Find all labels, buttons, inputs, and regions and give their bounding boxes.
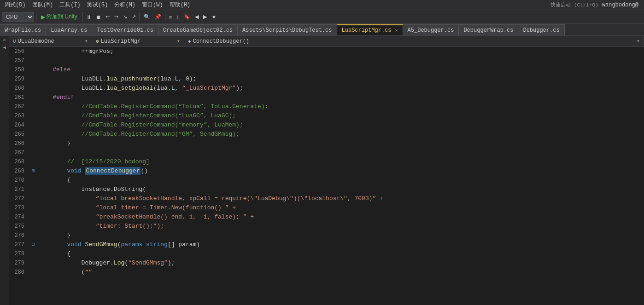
- menu-item-test[interactable]: 测试(S): [84, 0, 111, 10]
- tab-debuggerwrap-label: DebuggerWrap.cs: [463, 27, 513, 34]
- toolbar-btn-2[interactable]: ⏹: [94, 12, 103, 23]
- panel-pin[interactable]: ✕: [3, 37, 6, 43]
- left-panel: ✕ ◀: [0, 36, 9, 305]
- line-code[interactable]: //CmdTable.RegisterCommand(“LuaGC”, LuaG…: [36, 111, 644, 121]
- line-expand: [30, 259, 36, 268]
- nav-class-segment[interactable]: U ULuaDemoOne ▾: [9, 36, 92, 46]
- line-code[interactable]: #endif: [36, 93, 644, 102]
- menu-bar-right: 快速启动 (Ctrl+Q) wangbodong@: [550, 1, 642, 8]
- line-number: 257: [9, 56, 30, 65]
- line-number: 261: [9, 93, 30, 102]
- line-code[interactable]: LuaDLL.lua_setglobal(lua.L, “_LuaScriptM…: [36, 84, 644, 93]
- attach-unity-button[interactable]: ▶ 附加到 Unity: [38, 12, 80, 22]
- tab-a5debugger-label: A5_Debugger.cs: [408, 27, 454, 34]
- toolbar-btn-7[interactable]: 🔍: [142, 12, 152, 23]
- table-row: 259 LuaDLL.lua_pushnumber(lua.L, 0);: [9, 75, 644, 84]
- line-number: 259: [9, 75, 30, 84]
- tab-testoverride[interactable]: TestOverride01.cs: [92, 24, 158, 35]
- line-code[interactable]: //CmdTable.RegisterCommand(“ToLua”, ToLu…: [36, 102, 644, 111]
- code-content[interactable]: 256 ++mgrPos; 257 258: [9, 47, 644, 305]
- nav-class-dropdown-icon[interactable]: ▾: [85, 38, 88, 45]
- line-code[interactable]: (“”: [36, 268, 644, 277]
- method-icon: ◈: [188, 38, 191, 44]
- line-expand: [30, 176, 36, 185]
- toolbar-btn-arrow-l[interactable]: ◀: [193, 12, 200, 23]
- nav-method-segment[interactable]: ◈ ConnectDebugger() ▾: [184, 36, 644, 46]
- line-code[interactable]: }: [36, 139, 644, 148]
- line-number: 256: [9, 47, 30, 56]
- menu-item-tools[interactable]: 工具(I): [57, 0, 83, 10]
- line-code[interactable]: //CmdTable.RegisterCommand(“memory”, Lua…: [36, 121, 644, 130]
- line-expand: [30, 93, 36, 102]
- toolbar-btn-arrow-d[interactable]: ▼: [210, 12, 218, 23]
- toolbar-btn-bookmark[interactable]: 🔖: [182, 12, 192, 23]
- menu-bar: 周式(D) 团队(M) 工具(I) 测试(S) 分析(N) 窗口(W) 帮助(H…: [0, 0, 644, 10]
- table-row: 261 #endif: [9, 93, 644, 102]
- panel-collapse[interactable]: ◀: [3, 45, 6, 50]
- tab-debugger[interactable]: Debugger.cs: [518, 24, 564, 35]
- line-code[interactable]: // [12/15/2020 bodong]: [36, 157, 644, 167]
- cpu-dropdown[interactable]: CPU: [2, 12, 34, 22]
- line-number: 276: [9, 231, 30, 240]
- line-number: 264: [9, 121, 30, 130]
- line-number: 273: [9, 203, 30, 213]
- tab-luascriptmgr-close[interactable]: ✕: [395, 28, 398, 33]
- line-expand: [30, 185, 36, 194]
- toolbar-btn-8[interactable]: 📌: [153, 12, 163, 23]
- tab-wrapfile[interactable]: WrapFile.cs: [0, 24, 46, 35]
- line-number: 269: [9, 167, 30, 176]
- line-code[interactable]: Instance.DoString(: [36, 185, 644, 194]
- line-code[interactable]: void ConnectDebugger(): [36, 167, 644, 176]
- line-number: 279: [9, 259, 30, 268]
- menu-item-analyze[interactable]: 分析(N): [111, 0, 138, 10]
- tab-a5debugger[interactable]: A5_Debugger.cs: [403, 24, 459, 35]
- menu-item-team[interactable]: 团队(M): [29, 0, 56, 10]
- line-code[interactable]: {: [36, 249, 644, 259]
- line-expand: [30, 213, 36, 222]
- toolbar-btn-3[interactable]: ↩: [104, 12, 111, 23]
- toolbar-btn-5[interactable]: ↘: [121, 12, 129, 23]
- line-number: 266: [9, 139, 30, 148]
- table-row: 275 “timer: Start();”);: [9, 222, 644, 231]
- tab-luascriptmgr[interactable]: LuaScriptMgr.cs ✕: [337, 24, 403, 35]
- line-code[interactable]: LuaDLL.lua_pushnumber(lua.L, 0);: [36, 75, 644, 84]
- table-row: 272 “local breakSocketHandle, xpCall = r…: [9, 194, 644, 203]
- line-code[interactable]: {: [36, 176, 644, 185]
- toolbar-btn-align[interactable]: ⫿: [175, 12, 181, 23]
- line-code[interactable]: void SendGMmsg(params string[] param): [36, 240, 644, 249]
- tab-luaarray[interactable]: LuaArray.cs: [46, 24, 92, 35]
- line-expand: [30, 157, 36, 167]
- line-number: 272: [9, 194, 30, 203]
- nav-member-dropdown-icon[interactable]: ▾: [177, 38, 180, 45]
- line-code[interactable]: ++mgrPos;: [36, 47, 644, 56]
- toolbar-btn-format[interactable]: ≡: [167, 12, 174, 23]
- line-expand: ⊟: [30, 240, 36, 249]
- line-number: 277: [9, 240, 30, 249]
- menu-item-zhoushi[interactable]: 周式(D): [2, 0, 29, 10]
- nav-method-dropdown-icon[interactable]: ▾: [637, 38, 640, 45]
- toolbar-btn-6[interactable]: ↗: [130, 12, 138, 23]
- tab-creategameobject[interactable]: CreateGameObject02.cs: [158, 24, 238, 35]
- line-code[interactable]: [36, 56, 644, 65]
- menu-item-help[interactable]: 帮助(H): [167, 0, 193, 10]
- line-code[interactable]: }: [36, 231, 644, 240]
- line-number: 262: [9, 102, 30, 111]
- line-code[interactable]: Debugger.Log(“SendGMmsg”);: [36, 259, 644, 268]
- tab-debugtest[interactable]: Assets\Scrpits\DebugTest.cs: [238, 24, 337, 35]
- line-code[interactable]: #else: [36, 65, 644, 75]
- line-code[interactable]: “breakSocketHandle() end, 1, -1, false);…: [36, 213, 644, 222]
- tab-debuggerwrap[interactable]: DebuggerWrap.cs: [459, 24, 518, 35]
- line-code[interactable]: [36, 148, 644, 157]
- line-code[interactable]: “local timer = Timer.New(function() ” +: [36, 203, 644, 213]
- toolbar-btn-1[interactable]: ⏸: [84, 12, 93, 23]
- toolbar-btn-4[interactable]: ↪: [112, 12, 120, 23]
- menu-item-window[interactable]: 窗口(W): [139, 0, 166, 10]
- nav-member-segment[interactable]: ⚙ LuaScriptMgr ▾: [92, 36, 184, 46]
- line-code[interactable]: //CmdTable.RegisterCommand(“GM”, SendGMm…: [36, 130, 644, 139]
- line-expand: [30, 47, 36, 56]
- line-code[interactable]: “timer: Start();”);: [36, 222, 644, 231]
- toolbar-btn-arrow-r[interactable]: ▶: [201, 12, 209, 23]
- line-code[interactable]: “local breakSocketHandle, xpCall = requi…: [36, 194, 644, 203]
- tab-luascriptmgr-label: LuaScriptMgr.cs: [342, 27, 392, 34]
- table-row: 269 ⊟ void ConnectDebugger(): [9, 167, 644, 176]
